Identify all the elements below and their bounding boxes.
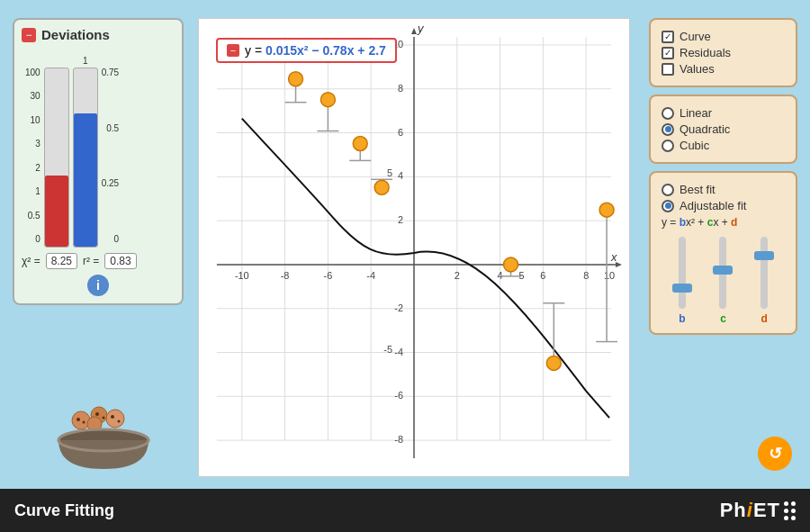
- display-options-box: Curve Residuals Values: [649, 18, 797, 87]
- values-label: Values: [680, 62, 715, 76]
- svg-text:10: 10: [604, 270, 615, 281]
- svg-text:2: 2: [454, 270, 460, 281]
- data-point-2[interactable]: [320, 93, 335, 107]
- r2-label: r² =: [83, 255, 99, 267]
- svg-point-5: [83, 421, 86, 424]
- svg-text:6: 6: [540, 270, 545, 281]
- best-fit-label: Best fit: [680, 183, 716, 196]
- slider-c-column: c: [719, 237, 726, 325]
- svg-point-8: [111, 415, 114, 419]
- residuals-option-row: Residuals: [662, 46, 785, 59]
- svg-point-6: [95, 412, 99, 416]
- refresh-button[interactable]: ↺: [758, 437, 792, 471]
- chi2-label: χ² =: [22, 255, 40, 267]
- svg-text:-2: -2: [394, 302, 403, 313]
- svg-text:-6: -6: [394, 390, 403, 401]
- best-fit-option-row: Best fit: [662, 183, 785, 196]
- best-fit-radio[interactable]: [662, 184, 674, 196]
- equation-text: y = 0.015x² − 0.78x + 2.7: [245, 43, 386, 58]
- cubic-option-row: Cubic: [662, 139, 785, 152]
- data-point-4[interactable]: [374, 180, 389, 194]
- data-point-3[interactable]: [353, 137, 367, 151]
- slider-b-track[interactable]: [679, 237, 686, 309]
- slider-b-thumb[interactable]: [672, 284, 692, 293]
- bottom-bar: Curve Fitting PhiET: [0, 489, 810, 532]
- data-point-7[interactable]: [599, 203, 614, 217]
- residuals-checkbox[interactable]: [662, 47, 674, 59]
- data-point-1[interactable]: [289, 72, 303, 86]
- svg-point-9: [118, 420, 121, 423]
- deviations-title: Deviations: [41, 27, 110, 42]
- svg-text:-10: -10: [235, 270, 249, 281]
- fit-type-box: Linear Quadratic Cubic: [649, 95, 797, 164]
- red-bar-wrap: [44, 68, 69, 248]
- quadratic-radio[interactable]: [662, 123, 674, 136]
- blue-bar: [74, 113, 97, 248]
- adjustable-fit-option-row: Adjustable fit: [662, 199, 785, 212]
- svg-text:4: 4: [498, 270, 503, 281]
- slider-d-label: d: [760, 312, 767, 325]
- svg-point-0: [72, 411, 90, 429]
- phet-logo: PhiET: [720, 499, 796, 522]
- svg-point-7: [103, 417, 105, 419]
- chi2-r2-row: χ² = 8.25 r² = 0.83: [22, 253, 175, 269]
- curve-checkbox[interactable]: [662, 31, 674, 43]
- dev-y-labels-right: 0.75 0.5 0.25 0: [102, 68, 119, 248]
- svg-text:x: x: [610, 250, 617, 264]
- curve-option-row: Curve: [662, 30, 785, 43]
- linear-option-row: Linear: [662, 106, 785, 120]
- svg-text:2: 2: [398, 214, 403, 225]
- svg-text:5: 5: [387, 167, 392, 178]
- graph-svg: -10 -8 -6 -4 2 4 6 8 10 10 8 6 4 2 -2 -4…: [199, 19, 629, 476]
- svg-point-2: [106, 410, 124, 428]
- sliders-area: b c d: [662, 236, 785, 326]
- curve-label: Curve: [680, 30, 711, 43]
- slider-b-label: b: [679, 312, 685, 325]
- adjustable-fit-radio[interactable]: [662, 200, 674, 212]
- dev-y-labels-left: 100 30 10 3 2 1 0.5 0: [25, 68, 40, 248]
- svg-text:8: 8: [398, 83, 403, 94]
- linear-radio[interactable]: [662, 107, 674, 120]
- app-title: Curve Fitting: [14, 501, 114, 520]
- values-option-row: Values: [662, 62, 785, 76]
- quadratic-option-row: Quadratic: [662, 122, 785, 136]
- svg-point-4: [76, 418, 80, 421]
- svg-text:-5: -5: [383, 344, 392, 355]
- equation-box: − y = 0.015x² − 0.78x + 2.7: [216, 38, 397, 63]
- svg-text:6: 6: [398, 127, 403, 138]
- deviations-panel: Deviations 100 30 10 3 2 1 0.5 0 1 0.7: [13, 18, 184, 305]
- quadratic-label: Quadratic: [680, 122, 730, 136]
- equation-icon: −: [227, 44, 239, 57]
- svg-text:-8: -8: [281, 270, 290, 281]
- linear-label: Linear: [680, 106, 712, 120]
- values-checkbox[interactable]: [662, 63, 674, 76]
- blue-bar-top-label: 1: [83, 56, 88, 66]
- slider-d-track[interactable]: [760, 237, 768, 309]
- phet-text: PhiET: [720, 499, 780, 522]
- svg-text:y: y: [417, 22, 425, 35]
- svg-text:8: 8: [583, 270, 589, 281]
- adjustable-formula: y = bx² + cx + d: [662, 216, 785, 229]
- deviations-collapse-button[interactable]: [22, 28, 36, 42]
- slider-c-track[interactable]: [719, 237, 726, 309]
- data-point-6[interactable]: [546, 356, 561, 370]
- svg-text:-4: -4: [394, 347, 403, 357]
- red-bar-container: [44, 68, 69, 248]
- data-point-5[interactable]: [504, 257, 518, 272]
- slider-d-thumb[interactable]: [754, 251, 774, 260]
- right-panel: Curve Residuals Values Linear Quadratic …: [649, 18, 797, 335]
- svg-text:-8: -8: [394, 434, 403, 445]
- svg-text:-6: -6: [324, 270, 333, 281]
- slider-c-label: c: [720, 312, 726, 325]
- phet-dots: [784, 501, 796, 520]
- info-button[interactable]: i: [87, 275, 109, 296]
- cubic-radio[interactable]: [662, 140, 674, 152]
- slider-c-thumb[interactable]: [713, 266, 733, 275]
- svg-text:-4: -4: [366, 270, 375, 281]
- cubic-label: Cubic: [680, 139, 709, 152]
- blue-bar-container: 1: [73, 56, 98, 248]
- deviations-bars-area: 100 30 10 3 2 1 0.5 0 1 0.75 0.5 0.25 0: [22, 50, 175, 248]
- red-bar: [45, 176, 68, 247]
- svg-text:4: 4: [398, 170, 403, 181]
- r2-value: 0.83: [104, 253, 136, 269]
